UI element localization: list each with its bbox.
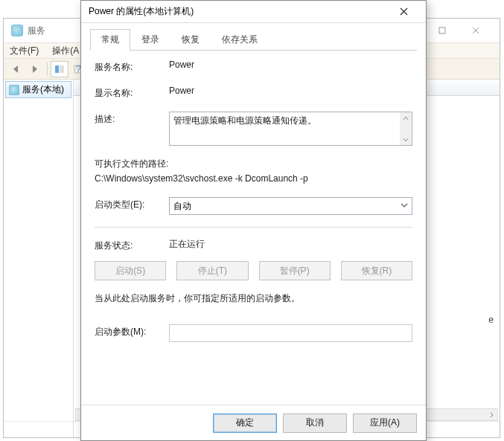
row-service-name: 服务名称: Power <box>95 59 412 74</box>
label-service-name: 服务名称: <box>95 59 169 74</box>
svg-rect-5 <box>60 65 64 73</box>
row-description: 描述: 管理电源策略和电源策略通知传递。 <box>95 112 412 146</box>
menu-action[interactable]: 操作(A <box>52 45 79 57</box>
row-display-name: 显示名称: Power <box>95 86 412 100</box>
nav-back-button[interactable] <box>7 61 25 77</box>
state-buttons: 启动(S) 停止(T) 暂停(P) 恢复(R) <box>95 261 412 280</box>
start-params-input[interactable] <box>169 324 412 342</box>
tab-dependencies[interactable]: 依存关系 <box>211 29 269 51</box>
close-button[interactable] <box>459 20 492 41</box>
scroll-right-button[interactable] <box>485 409 497 420</box>
services-app-icon <box>11 25 23 36</box>
scroll-down-icon[interactable] <box>400 134 412 145</box>
row-startup-type: 启动类型(E): 自动 <box>95 197 412 215</box>
maximize-button[interactable] <box>425 20 459 41</box>
dialog-close-button[interactable] <box>389 1 418 22</box>
dialog-footer: 确定 取消 应用(A) <box>81 405 426 440</box>
start-button[interactable]: 启动(S) <box>95 261 166 280</box>
pause-button[interactable]: 暂停(P) <box>259 261 331 280</box>
label-service-state: 服务状态: <box>95 238 169 252</box>
dialog-titlebar[interactable]: Power 的属性(本地计算机) <box>81 1 426 23</box>
description-scrollbar[interactable] <box>400 112 412 145</box>
tab-general[interactable]: 常规 <box>90 29 130 51</box>
ok-button[interactable]: 确定 <box>213 413 277 433</box>
tabpanel-general: 服务名称: Power 显示名称: Power 描述: 管理电源策略和电源策略通… <box>90 51 417 342</box>
separator <box>95 227 412 228</box>
dialog-title: Power 的属性(本地计算机) <box>89 5 389 18</box>
startup-type-combobox[interactable]: 自动 <box>169 197 412 215</box>
tree-item-label: 服务(本地) <box>22 83 64 96</box>
svg-rect-4 <box>55 65 59 73</box>
start-params-hint: 当从此处启动服务时，你可指定所适用的启动参数。 <box>95 292 412 305</box>
value-service-name: Power <box>169 59 412 70</box>
nav-forward-button[interactable] <box>26 61 44 77</box>
properties-dialog: Power 的属性(本地计算机) 常规 登录 恢复 依存关系 服务名称: Pow… <box>80 0 427 441</box>
tab-logon[interactable]: 登录 <box>130 29 170 51</box>
apply-button[interactable]: 应用(A) <box>353 413 417 433</box>
tabstrip: 常规 登录 恢复 依存关系 <box>90 29 417 51</box>
row-service-state: 服务状态: 正在运行 <box>95 238 412 252</box>
label-display-name: 显示名称: <box>95 86 169 100</box>
label-description: 描述: <box>95 112 169 126</box>
menu-file[interactable]: 文件(F) <box>10 45 39 57</box>
value-display-name: Power <box>169 86 412 96</box>
tab-recovery[interactable]: 恢复 <box>170 29 211 51</box>
svg-rect-1 <box>439 28 445 33</box>
label-start-params: 启动参数(M): <box>95 324 169 338</box>
toolbar-separator <box>47 62 48 76</box>
resume-button[interactable]: 恢复(R) <box>341 261 412 280</box>
description-textbox[interactable]: 管理电源策略和电源策略通知传递。 <box>169 112 412 146</box>
dialog-body: 常规 登录 恢复 依存关系 服务名称: Power 显示名称: Power 描述… <box>81 23 426 342</box>
startup-type-value: 自动 <box>173 200 191 213</box>
toolbar-view-button[interactable] <box>51 61 68 77</box>
value-exe-path: C:\Windows\system32\svchost.exe -k DcomL… <box>95 173 412 184</box>
scroll-up-icon[interactable] <box>400 112 412 123</box>
cancel-button[interactable]: 取消 <box>283 413 347 433</box>
services-icon <box>9 85 19 95</box>
label-exe-path: 可执行文件的路径: <box>95 158 412 170</box>
label-startup-type: 启动类型(E): <box>95 197 169 211</box>
chevron-down-icon <box>401 201 408 211</box>
list-fragment-text: e <box>488 315 494 325</box>
tree-pane[interactable]: 服务(本地) <box>4 80 74 437</box>
stop-button[interactable]: 停止(T) <box>176 261 248 280</box>
tree-item-services-local[interactable]: 服务(本地) <box>5 81 71 98</box>
value-service-state: 正在运行 <box>169 238 412 251</box>
description-text: 管理电源策略和电源策略通知传递。 <box>173 115 316 126</box>
row-start-params: 启动参数(M): <box>95 324 412 342</box>
